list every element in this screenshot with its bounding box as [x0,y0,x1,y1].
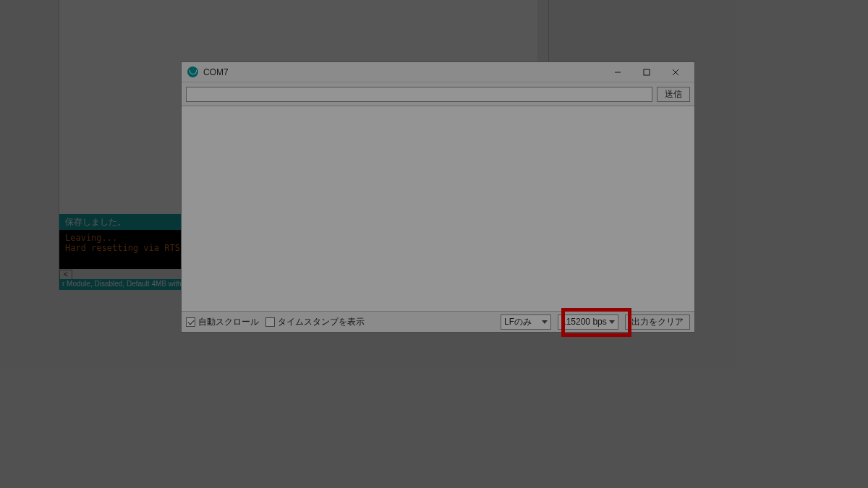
clear-output-button[interactable]: 出力をクリア [625,314,690,330]
baud-rate-value: 115200 bps [561,317,607,327]
serial-output[interactable] [182,106,694,312]
chevron-down-icon [542,320,548,324]
maximize-button[interactable] [632,63,661,82]
timestamp-label: タイムスタンプを表示 [278,316,365,328]
autoscroll-label: 自動スクロール [198,316,259,328]
svg-rect-1 [644,69,650,75]
window-title: COM7 [203,67,229,77]
timestamp-checkbox[interactable]: タイムスタンプを表示 [265,316,365,328]
close-button[interactable] [661,63,690,82]
baud-rate-select[interactable]: 115200 bps [558,314,618,330]
titlebar[interactable]: COM7 [182,62,694,82]
send-row: 送信 [182,82,694,106]
arduino-icon [187,67,198,77]
line-ending-select[interactable]: LFのみ [501,314,551,330]
minimize-button[interactable] [603,63,632,82]
serial-input[interactable] [186,87,652,102]
line-ending-value: LFのみ [504,316,532,328]
autoscroll-checkbox[interactable]: 自動スクロール [186,316,259,328]
bottom-bar: 自動スクロール タイムスタンプを表示 LFのみ 115200 bps 出力をクリ… [182,312,694,332]
checkbox-icon [186,317,195,327]
send-button[interactable]: 送信 [657,87,690,102]
checkbox-icon [265,317,275,327]
chevron-down-icon [609,320,615,324]
serial-monitor-window: COM7 送信 自動スクロール タイムスタンプを表示 LFのみ [181,61,695,333]
